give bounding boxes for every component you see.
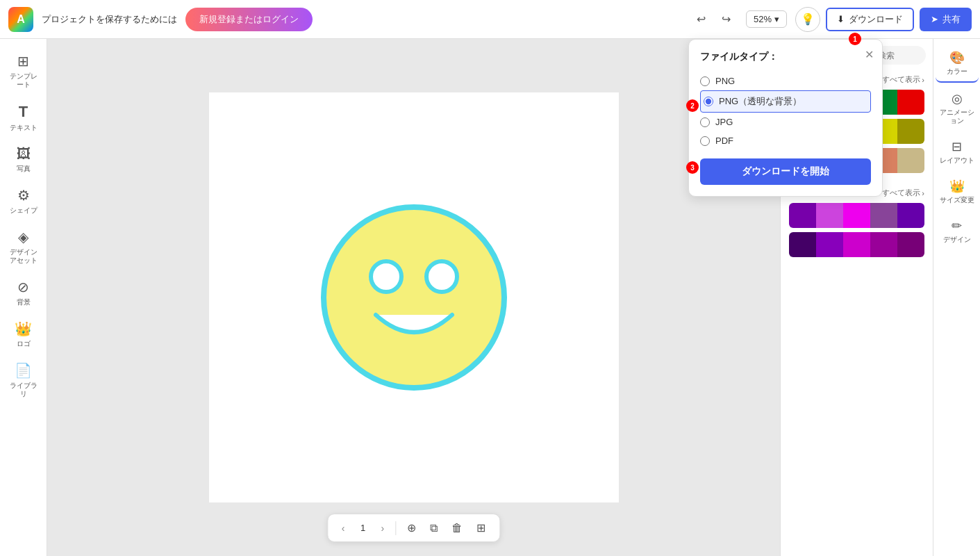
right-icon-sidebar: 🎨 カラー ◎ アニメーション ⊟ レイアウト 👑 サイズ変更 ✏ デザイン — [933, 39, 980, 556]
option-pdf[interactable]: PDF — [700, 131, 871, 150]
zoom-chevron-icon: ▾ — [774, 14, 779, 24]
add-page-button[interactable]: ⊕ — [404, 518, 419, 537]
template-icon: ⊞ — [17, 53, 29, 70]
sidebar-label-photo: 写真 — [17, 165, 31, 173]
header: A プロジェクトを保存するためには 新規登録またはログイン ↩ ↪ 52% ▾ … — [0, 0, 980, 39]
swatch[interactable] — [897, 90, 924, 115]
share-icon: ➤ — [931, 14, 938, 24]
swatch[interactable] — [789, 203, 816, 228]
tips-button[interactable]: 💡 — [795, 7, 820, 32]
color-palette-icon: 🎨 — [949, 50, 965, 65]
swatch[interactable] — [897, 148, 924, 173]
svg-point-2 — [381, 271, 392, 282]
download-popup: 1 ✕ ファイルタイプ： 2 PNG PNG（透明な背景） JPG PDF 3 … — [688, 39, 883, 197]
text-icon: T — [19, 103, 28, 121]
sidebar-label-design-asset: デザインアセット — [7, 248, 40, 265]
undo-button[interactable]: ↩ — [690, 8, 713, 31]
library-icon: 📄 — [15, 362, 32, 379]
option-png-transparent[interactable]: PNG（透明な背景） — [700, 90, 871, 113]
swatch[interactable] — [843, 203, 870, 228]
svg-point-0 — [324, 207, 504, 388]
page-number: 1 — [356, 523, 370, 533]
sidebar-item-template[interactable]: ⊞ テンプレート — [3, 47, 44, 95]
sidebar-label-template: テンプレート — [7, 72, 40, 89]
file-type-options: 2 PNG PNG（透明な背景） JPG PDF — [700, 72, 871, 150]
monochromatic-show-all[interactable]: すべて表示 › — [882, 188, 924, 198]
swatch[interactable] — [897, 232, 924, 257]
duplicate-page-button[interactable]: ⧉ — [427, 519, 440, 537]
background-icon: ⊘ — [17, 279, 29, 295]
sidebar-item-design-asset[interactable]: ◈ デザインアセット — [3, 223, 44, 270]
sidebar-label-library: ライブラリ — [7, 382, 40, 398]
resize-icon: 👑 — [949, 179, 965, 194]
popup-close-button[interactable]: ✕ — [865, 48, 874, 61]
sidebar-item-shape[interactable]: ⚙ シェイプ — [3, 181, 44, 220]
svg-point-4 — [436, 271, 447, 282]
r-sidebar-item-color[interactable]: 🎨 カラー — [936, 44, 979, 83]
r-sidebar-item-layout[interactable]: ⊟ レイアウト — [936, 133, 979, 170]
swatch[interactable] — [843, 232, 870, 257]
monochromatic-palette-2[interactable] — [789, 232, 924, 257]
r-sidebar-item-design[interactable]: ✏ デザイン — [936, 213, 979, 250]
popup-title: ファイルタイプ： — [700, 51, 871, 63]
redo-button[interactable]: ↪ — [715, 8, 738, 31]
step-2-badge: 2 — [686, 99, 699, 112]
swatch[interactable] — [897, 203, 924, 228]
delete-page-button[interactable]: 🗑 — [449, 519, 465, 537]
r-sidebar-label-animation: アニメーション — [938, 108, 976, 125]
radio-jpg[interactable] — [700, 117, 710, 127]
sidebar-item-text[interactable]: T テキスト — [3, 97, 44, 138]
start-download-button[interactable]: ダウンロードを開始 — [700, 158, 871, 185]
swatch[interactable] — [816, 203, 843, 228]
swatch[interactable] — [816, 232, 843, 257]
header-title: プロジェクトを保存するためには — [42, 13, 177, 26]
bulb-icon: 💡 — [801, 13, 815, 26]
color-pop-show-all[interactable]: すべて表示 › — [882, 74, 924, 85]
r-sidebar-item-resize[interactable]: 👑 サイズ変更 — [936, 173, 979, 210]
sidebar-label-background: 背景 — [17, 298, 31, 306]
chevron-right-icon: › — [922, 76, 924, 84]
undo-redo-group: ↩ ↪ — [690, 8, 738, 31]
design-asset-icon: ◈ — [18, 229, 28, 245]
monochromatic-palette-1[interactable] — [789, 203, 924, 228]
sidebar-item-library[interactable]: 📄 ライブラリ — [3, 357, 44, 404]
zoom-control[interactable]: 52% ▾ — [746, 10, 787, 28]
layout-icon: ⊟ — [952, 139, 962, 154]
prev-page-button[interactable]: ‹ — [339, 520, 348, 537]
radio-png[interactable] — [700, 76, 710, 86]
swatch[interactable] — [789, 232, 816, 257]
sidebar-label-shape: シェイプ — [10, 206, 38, 215]
sidebar-item-background[interactable]: ⊘ 背景 — [3, 273, 44, 312]
step-1-badge: 1 — [849, 33, 861, 45]
swatch[interactable] — [870, 232, 897, 257]
canvas-wrapper[interactable] — [209, 92, 619, 502]
r-sidebar-label-layout: レイアウト — [940, 156, 974, 165]
canvas-area: ‹ 1 › ⊕ ⧉ 🗑 ⊞ — [47, 39, 780, 556]
radio-png-transparent[interactable] — [704, 97, 713, 106]
radio-pdf[interactable] — [700, 136, 710, 146]
login-register-button[interactable]: 新規登録またはログイン — [185, 8, 313, 31]
chevron-right-icon: › — [922, 189, 924, 197]
bottom-toolbar: ‹ 1 › ⊕ ⧉ 🗑 ⊞ — [327, 514, 500, 542]
header-actions: 💡 ⬇ ダウンロード ➤ 共有 — [795, 7, 972, 32]
start-download-wrap: 3 ダウンロードを開始 — [700, 150, 871, 185]
sidebar-item-photo[interactable]: 🖼 写真 — [3, 140, 44, 179]
sidebar-item-logo[interactable]: 👑 ロゴ — [3, 315, 44, 354]
option-png[interactable]: PNG — [700, 72, 871, 90]
share-button[interactable]: ➤ 共有 — [920, 8, 972, 31]
option-jpg[interactable]: JPG — [700, 113, 871, 131]
swatch[interactable] — [870, 203, 897, 228]
grid-view-button[interactable]: ⊞ — [474, 518, 488, 537]
left-sidebar: ⊞ テンプレート T テキスト 🖼 写真 ⚙ シェイプ ◈ デザインアセット ⊘… — [0, 39, 47, 556]
zoom-value: 52% — [754, 14, 772, 24]
download-button[interactable]: ⬇ ダウンロード — [826, 8, 914, 31]
next-page-button[interactable]: › — [379, 520, 388, 537]
r-sidebar-item-animation[interactable]: ◎ アニメーション — [936, 85, 979, 131]
sidebar-label-logo: ロゴ — [17, 340, 31, 348]
step-3-badge: 3 — [686, 161, 699, 174]
swatch[interactable] — [897, 119, 924, 144]
r-sidebar-label-design: デザイン — [943, 236, 971, 244]
photo-icon: 🖼 — [17, 146, 31, 162]
r-sidebar-label-color: カラー — [947, 67, 967, 76]
download-icon: ⬇ — [837, 14, 845, 24]
